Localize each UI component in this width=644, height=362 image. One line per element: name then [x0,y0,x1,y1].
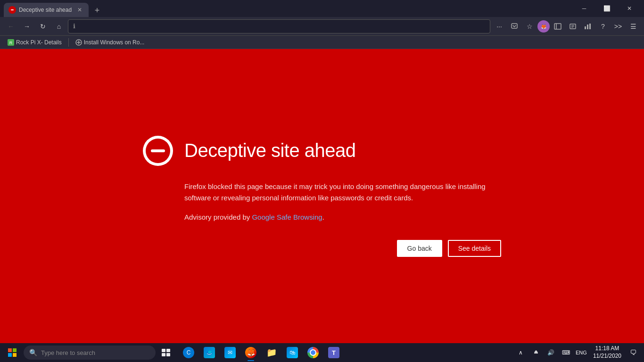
svg-rect-22 [13,353,17,357]
svg-point-28 [208,351,212,354]
teams-icon: T [328,347,339,358]
bookmark-favicon-install [75,39,82,46]
system-tray-up-arrow[interactable]: ∧ [514,343,528,362]
taskbar-right: ∧ 🔊 ⌨ ENG 11:18 AM 11/21/2020 🗨 [514,343,642,362]
cortana-icon: C [183,347,194,358]
bookmark-button[interactable]: ☆ [522,19,537,33]
firefox-icon: 🦊 [245,347,256,358]
warning-icon-dash [151,149,165,152]
info-icon: ℹ [73,23,75,30]
system-tray-volume[interactable]: 🔊 [544,343,558,362]
more-tools-button[interactable]: ··· [492,19,506,33]
svg-rect-23 [162,349,165,352]
svg-rect-13 [589,24,591,29]
home-button[interactable]: ⌂ [52,19,66,33]
browser-toolbar: ← → ↻ ⌂ ℹ ··· ☆ 🦊 ? >> ☰ [0,17,644,36]
taskbar-app-files[interactable]: 📁 [261,343,282,362]
svg-rect-21 [8,353,12,357]
toolbar-right: ··· ☆ 🦊 ? >> ☰ [492,19,640,33]
svg-rect-26 [166,353,170,356]
start-button[interactable] [2,343,23,362]
forward-button[interactable]: → [20,19,34,33]
go-back-button[interactable]: Go back [397,240,442,257]
bookmark-divider [68,38,69,47]
taskbar-app-mail[interactable]: ✉ [220,343,240,362]
reader-view-button[interactable] [566,19,580,33]
bookmark-favicon-rock-pi: R [8,39,14,46]
warning-buttons: Go back See details [184,240,501,257]
lang-label: ENG [576,350,587,355]
notification-button[interactable]: 🗨 [626,343,640,362]
reload-button[interactable]: ↻ [36,19,50,33]
svg-text:R: R [9,41,13,45]
taskbar-app-firefox[interactable]: 🦊 [240,343,261,362]
back-button[interactable]: ← [4,19,18,33]
taskbar-search[interactable]: 🔍 Type here to search [24,346,156,360]
svg-rect-19 [8,348,12,352]
system-clock[interactable]: 11:18 AM 11/21/2020 [589,345,625,360]
svg-rect-20 [13,348,17,352]
taskbar: 🔍 Type here to search C ✉ 🦊 📁 🛍 T [0,343,644,362]
taskbar-app-store[interactable]: 🛍 [282,343,303,362]
system-tray-lang[interactable]: ENG [574,343,588,362]
bookmark-label-install: Install Windows on Ro... [84,39,145,46]
taskbar-app-edge[interactable] [199,343,220,362]
chart-button[interactable] [581,19,595,33]
new-tab-button[interactable]: + [91,4,104,17]
svg-rect-24 [166,349,170,352]
svg-rect-12 [587,25,588,29]
account-avatar[interactable]: 🦊 [537,20,550,33]
chrome-icon [307,347,319,358]
warning-title: Deceptive site ahead [184,140,356,161]
mail-icon: ✉ [224,347,236,358]
tab-title: Deceptive site ahead [19,7,73,13]
taskbar-app-teams[interactable]: T [323,343,344,362]
address-bar[interactable]: ℹ [68,19,490,33]
browser-titlebar: Deceptive site ahead ✕ + ─ ⬜ ✕ [0,0,644,17]
close-button[interactable]: ✕ [619,1,640,16]
advisory-link[interactable]: Google Safe Browsing [252,213,322,221]
active-tab[interactable]: Deceptive site ahead ✕ [4,3,89,17]
clock-date: 11/21/2020 [593,353,621,360]
advisory-prefix: Advisory provided by [184,213,252,221]
tab-close-button[interactable]: ✕ [75,6,84,14]
clock-time: 11:18 AM [593,345,621,353]
pocket-button[interactable] [507,19,521,33]
task-view-button[interactable] [157,343,175,362]
advisory-suffix: . [322,213,324,221]
window-controls: ─ ⬜ ✕ [573,1,640,16]
warning-description: Firefox blocked this page because it may… [184,181,501,204]
search-placeholder: Type here to search [41,349,95,356]
bookmarks-bar: R Rock Pi X- Details Install Windows on … [0,36,644,49]
warning-container: Deceptive site ahead Firefox blocked thi… [133,117,511,276]
sidebar-button[interactable] [551,19,565,33]
warning-header: Deceptive site ahead [143,136,501,166]
svg-rect-5 [554,24,561,29]
svg-rect-2 [512,24,517,28]
tab-strip: Deceptive site ahead ✕ + [4,0,570,17]
help-button[interactable]: ? [596,19,610,33]
taskbar-app-cortana[interactable]: C [178,343,199,362]
menu-button[interactable]: ☰ [626,19,640,33]
svg-rect-11 [585,26,586,29]
search-icon: 🔍 [29,349,37,356]
warning-advisory: Advisory provided by Google Safe Browsin… [184,213,501,221]
files-icon: 📁 [266,347,277,358]
store-icon: 🛍 [287,347,298,358]
bookmark-install-windows[interactable]: Install Windows on Ro... [72,38,147,47]
warning-icon-inner [146,139,170,163]
edge-icon [204,347,215,358]
system-tray-network[interactable] [529,343,543,362]
taskbar-apps: C ✉ 🦊 📁 🛍 T [178,343,344,362]
bookmark-rock-pi[interactable]: R Rock Pi X- Details [4,38,66,47]
system-tray-keyboard[interactable]: ⌨ [559,343,573,362]
maximize-button[interactable]: ⬜ [596,1,618,16]
tab-favicon [8,6,16,14]
see-details-button[interactable]: See details [448,240,501,257]
minimize-button[interactable]: ─ [573,1,595,16]
svg-rect-1 [11,9,14,10]
svg-text:🦊: 🦊 [541,24,547,30]
taskbar-app-chrome[interactable] [303,343,323,362]
bookmark-label-rock-pi: Rock Pi X- Details [16,39,62,46]
overflow-button[interactable]: >> [611,19,625,33]
